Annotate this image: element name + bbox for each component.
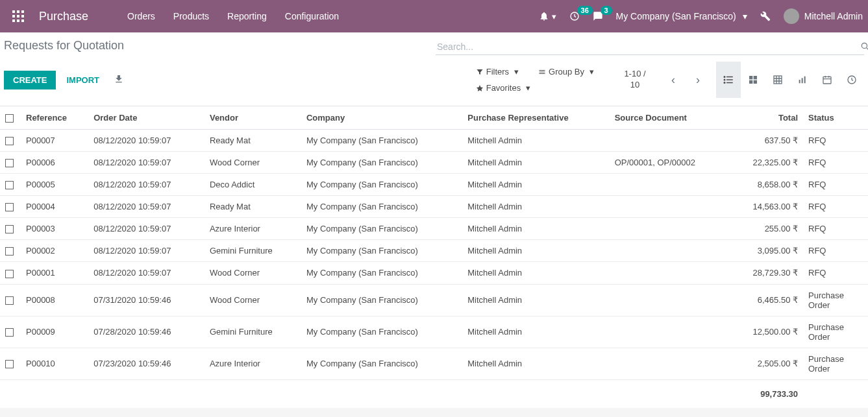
svg-rect-19 <box>749 80 752 84</box>
row-checkbox[interactable] <box>5 159 14 167</box>
star-icon <box>476 84 484 92</box>
svg-point-10 <box>862 43 867 48</box>
cell-source <box>610 174 730 196</box>
row-checkbox[interactable] <box>5 360 14 368</box>
next-page-button[interactable]: › <box>688 68 708 91</box>
row-checkbox[interactable] <box>5 203 14 211</box>
pager[interactable]: 1-10 / 10 <box>617 69 652 91</box>
search-input[interactable] <box>436 39 864 55</box>
svg-rect-2 <box>21 10 24 13</box>
cell-date: 08/12/2020 10:59:07 <box>88 174 205 196</box>
menu-products[interactable]: Products <box>173 11 209 21</box>
filters-button[interactable]: Filters ▾ <box>476 67 519 77</box>
groupby-button[interactable]: Group By ▾ <box>538 67 594 77</box>
company-name: My Company (San Francisco) <box>616 11 736 21</box>
row-checkbox[interactable] <box>5 225 14 233</box>
apps-icon[interactable] <box>9 7 27 25</box>
select-all-checkbox[interactable] <box>5 114 14 123</box>
menu-orders[interactable]: Orders <box>127 11 155 21</box>
cell-company: My Company (San Francisco) <box>301 174 462 196</box>
row-checkbox[interactable] <box>5 247 14 256</box>
search-expand-icon[interactable] <box>860 42 868 53</box>
cell-total: 6,465.50 ₹ <box>730 284 803 316</box>
cell-total: 8,658.00 ₹ <box>730 174 803 196</box>
table-row[interactable]: P0000807/31/2020 10:59:46Wood CornerMy C… <box>0 284 868 316</box>
cell-status: RFQ <box>803 152 868 174</box>
pager-range: 1-10 / <box>617 69 652 80</box>
cell-date: 08/12/2020 10:59:07 <box>88 218 205 240</box>
row-checkbox[interactable] <box>5 328 14 337</box>
row-checkbox[interactable] <box>5 270 14 278</box>
table-row[interactable]: P0000708/12/2020 10:59:07Ready MatMy Com… <box>0 130 868 152</box>
table-row[interactable]: P0000408/12/2020 10:59:07Ready MatMy Com… <box>0 196 868 218</box>
activity-view-button[interactable] <box>839 62 864 98</box>
cell-company: My Company (San Francisco) <box>301 240 462 262</box>
table-header-row: Reference Order Date Vendor Company Purc… <box>0 106 868 130</box>
cell-status: Purchase Order <box>803 284 868 316</box>
svg-rect-23 <box>802 78 803 83</box>
favorites-button[interactable]: Favorites ▾ <box>476 83 594 93</box>
svg-rect-22 <box>799 80 800 83</box>
breadcrumb[interactable]: Requests for Quotation <box>4 39 124 53</box>
cell-company: My Company (San Francisco) <box>301 130 462 152</box>
notifications-bell-icon[interactable]: ▾ <box>539 11 556 21</box>
table-row[interactable]: P0000907/28/2020 10:59:46Gemini Furnitur… <box>0 316 868 348</box>
svg-rect-25 <box>823 77 831 84</box>
col-rep[interactable]: Purchase Representative <box>462 106 609 130</box>
col-source[interactable]: Source Document <box>610 106 730 130</box>
col-company[interactable]: Company <box>301 106 462 130</box>
menu-configuration[interactable]: Configuration <box>285 11 339 21</box>
cell-reference: P00005 <box>21 174 88 196</box>
row-checkbox[interactable] <box>5 181 14 189</box>
user-menu[interactable]: Mitchell Admin <box>784 8 863 24</box>
cell-date: 08/12/2020 10:59:07 <box>88 196 205 218</box>
kanban-view-button[interactable] <box>741 62 765 98</box>
company-switcher[interactable]: My Company (San Francisco) ▾ <box>616 11 747 21</box>
chat-badge: 3 <box>601 6 612 15</box>
activity-icon[interactable]: 36 <box>569 11 580 21</box>
row-checkbox[interactable] <box>5 137 14 145</box>
rfq-table: Reference Order Date Vendor Company Purc… <box>0 106 868 408</box>
table-row[interactable]: P0001007/23/2020 10:59:46Azure InteriorM… <box>0 348 868 379</box>
table-row[interactable]: P0000508/12/2020 10:59:07Deco AddictMy C… <box>0 174 868 196</box>
activity-badge: 36 <box>577 6 593 15</box>
cell-vendor: Gemini Furniture <box>205 240 301 262</box>
prev-page-button[interactable]: ‹ <box>663 68 684 91</box>
cell-source <box>610 316 730 348</box>
cell-rep: Mitchell Admin <box>462 316 609 348</box>
col-status[interactable]: Status <box>803 106 868 130</box>
cell-company: My Company (San Francisco) <box>301 316 462 348</box>
graph-view-button[interactable] <box>790 62 815 98</box>
cell-status: RFQ <box>803 240 868 262</box>
table-row[interactable]: P0000108/12/2020 10:59:07Wood CornerMy C… <box>0 262 868 284</box>
cell-vendor: Gemini Furniture <box>205 316 301 348</box>
cell-source <box>610 240 730 262</box>
cell-vendor: Azure Interior <box>205 348 301 379</box>
import-button[interactable]: IMPORT <box>66 75 99 85</box>
create-button[interactable]: CREATE <box>4 71 56 89</box>
debug-icon[interactable] <box>760 11 771 21</box>
chat-icon[interactable]: 3 <box>593 11 603 21</box>
cell-reference: P00007 <box>21 130 88 152</box>
list-view-button[interactable] <box>716 62 741 98</box>
cell-source <box>610 218 730 240</box>
col-order-date[interactable]: Order Date <box>88 106 205 130</box>
svg-rect-14 <box>726 79 733 80</box>
cell-source <box>610 348 730 379</box>
pager-total: 10 <box>617 80 652 91</box>
row-checkbox[interactable] <box>5 296 14 305</box>
table-row[interactable]: P0000308/12/2020 10:59:07Azure InteriorM… <box>0 218 868 240</box>
cell-vendor: Azure Interior <box>205 218 301 240</box>
cell-vendor: Ready Mat <box>205 130 301 152</box>
col-vendor[interactable]: Vendor <box>205 106 301 130</box>
pivot-view-button[interactable] <box>765 62 790 98</box>
menu-reporting[interactable]: Reporting <box>227 11 267 21</box>
table-row[interactable]: P0000608/12/2020 10:59:07Wood CornerMy C… <box>0 152 868 174</box>
table-row[interactable]: P0000208/12/2020 10:59:07Gemini Furnitur… <box>0 240 868 262</box>
col-total[interactable]: Total <box>730 106 803 130</box>
app-title[interactable]: Purchase <box>39 10 88 23</box>
download-icon[interactable] <box>114 74 124 86</box>
groupby-label: Group By <box>549 67 584 77</box>
calendar-view-button[interactable] <box>815 62 839 98</box>
col-reference[interactable]: Reference <box>21 106 88 130</box>
